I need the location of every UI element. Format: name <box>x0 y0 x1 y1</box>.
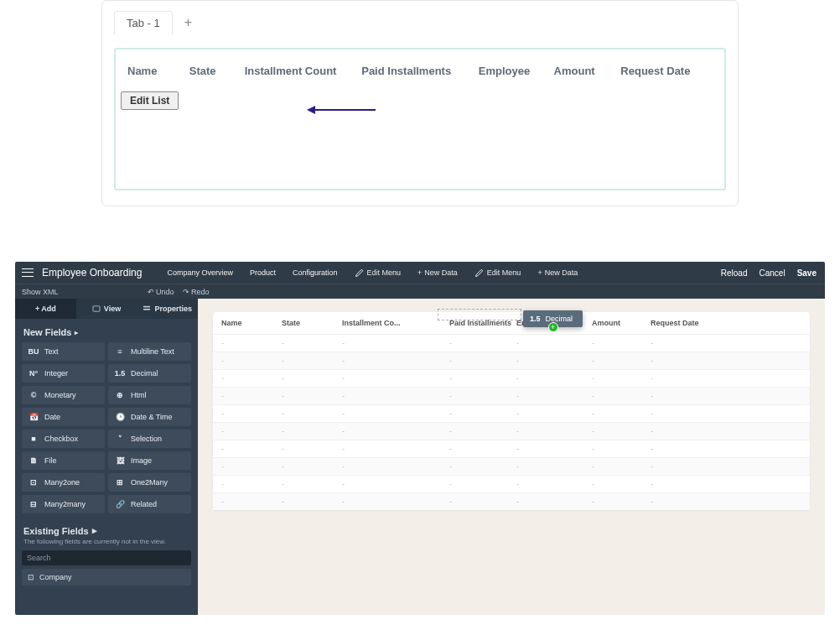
sidebar-tab-add[interactable]: + Add <box>15 299 76 319</box>
cell: - <box>282 392 342 400</box>
field-label: Html <box>131 391 147 399</box>
table-row[interactable]: ------- <box>213 352 810 369</box>
menu-new-data-2[interactable]: + New Data <box>537 268 578 277</box>
field-monetary[interactable]: ©Monetary <box>22 386 105 404</box>
cell: - <box>592 427 651 435</box>
sidebar-tab-properties[interactable]: Properties <box>137 299 198 319</box>
cell: - <box>342 357 449 365</box>
cell: - <box>342 392 449 400</box>
table-row[interactable]: ------- <box>213 387 810 404</box>
plus-icon: + <box>537 268 542 277</box>
edit-list-button[interactable]: Edit List <box>121 91 179 110</box>
cell: - <box>221 392 282 400</box>
pencil-icon <box>474 268 485 278</box>
menu-icon[interactable] <box>22 268 34 277</box>
table-row[interactable]: ------- <box>213 369 810 387</box>
top-card: Tab - 1 + Name State Installment Count P… <box>101 0 739 206</box>
menu-product[interactable]: Product <box>250 268 276 277</box>
field-label: Many2one <box>44 478 80 487</box>
cell: - <box>282 497 342 506</box>
col-amount: Amount <box>592 319 651 327</box>
field-label: Checkbox <box>44 435 78 443</box>
arrow-icon <box>307 102 376 117</box>
field-checkbox[interactable]: ■Checkbox <box>22 430 105 448</box>
data-table: Name State Installment Co... Paid Instal… <box>213 312 810 510</box>
cancel-button[interactable]: Cancel <box>760 268 786 278</box>
menu-configuration[interactable]: Configuration <box>293 268 338 277</box>
caret-icon: ▸ <box>75 329 78 336</box>
col-state: State <box>282 319 342 327</box>
field-image[interactable]: 🖼Image <box>108 451 191 470</box>
table-row[interactable]: ------- <box>213 334 810 352</box>
cell: - <box>282 357 342 365</box>
undo-button[interactable]: ↶ Undo <box>148 288 174 296</box>
new-fields-grid: BUText≡Multiline TextN°Integer1.5Decimal… <box>15 342 198 513</box>
cell: - <box>651 462 726 471</box>
cell: - <box>449 357 516 365</box>
show-xml-link[interactable]: Show XML <box>22 288 59 296</box>
cell: - <box>651 409 726 418</box>
field-decimal[interactable]: 1.5Decimal <box>108 364 191 383</box>
reload-button[interactable]: Reload <box>721 268 748 278</box>
field-text[interactable]: BUText <box>22 342 105 361</box>
cell: - <box>282 480 342 488</box>
field-label: Integer <box>44 369 68 378</box>
cell: - <box>516 357 592 365</box>
cell: - <box>449 462 516 471</box>
existing-fields-search[interactable]: Search <box>22 550 191 565</box>
field-multiline-text[interactable]: ≡Multiline Text <box>108 342 191 361</box>
col-installment-count: Installment Co... <box>342 319 449 327</box>
field-label: Many2many <box>44 500 86 508</box>
table-row[interactable]: ------- <box>213 457 810 475</box>
redo-button[interactable]: ↷ Redo <box>183 288 210 296</box>
table-row[interactable]: ------- <box>213 404 810 422</box>
existing-fields-header[interactable]: Existing Fields▸ <box>15 513 198 538</box>
field-date-time[interactable]: 🕒Date & Time <box>108 408 191 426</box>
field-date[interactable]: 📅Date <box>22 408 105 426</box>
table-row[interactable]: ------- <box>213 422 810 440</box>
cell: - <box>449 480 516 488</box>
field-one2many[interactable]: ⊞One2Many <box>108 473 191 492</box>
cell: - <box>342 445 449 453</box>
cell: - <box>221 497 282 506</box>
table-row[interactable]: ------- <box>213 475 810 492</box>
save-button[interactable]: Save <box>797 268 817 278</box>
cell: - <box>221 462 282 471</box>
menu-new-data-1[interactable]: + New Data <box>417 268 458 277</box>
drag-field-pill[interactable]: 1.5 Decimal + <box>523 310 583 327</box>
cell: - <box>651 392 726 400</box>
svg-rect-2 <box>143 309 150 310</box>
checkbox-icon: ■ <box>28 434 39 444</box>
existing-field-company[interactable]: ⊡Company <box>22 569 191 586</box>
menu-edit-menu[interactable]: Edit Menu <box>355 268 402 278</box>
cell: - <box>342 427 449 435</box>
field-label: Decimal <box>131 369 158 378</box>
field-many2many[interactable]: ⊟Many2many <box>22 495 105 513</box>
field-selection[interactable]: ˅Selection <box>108 430 191 448</box>
menu-edit-menu-2[interactable]: Edit Menu <box>474 268 521 278</box>
table-row[interactable]: ------- <box>213 440 810 457</box>
one2many-icon: ⊞ <box>114 477 126 487</box>
field-file[interactable]: 🗎File <box>22 451 105 470</box>
menu-company-overview[interactable]: Company Overview <box>167 268 233 277</box>
new-fields-header[interactable]: New Fields▸ <box>15 319 198 342</box>
field-label: Monetary <box>44 391 76 399</box>
field-many2one[interactable]: ⊡Many2one <box>22 473 105 492</box>
tab-1[interactable]: Tab - 1 <box>114 11 173 34</box>
cell: - <box>651 427 726 435</box>
breadcrumb[interactable]: Employee Onboarding <box>42 267 142 279</box>
cell: - <box>221 445 282 453</box>
cell: - <box>221 427 282 435</box>
cell: - <box>592 497 651 506</box>
field-label: File <box>44 456 57 465</box>
field-integer[interactable]: N°Integer <box>22 364 105 383</box>
cell: - <box>221 480 282 488</box>
file-icon: 🗎 <box>28 456 39 466</box>
sidebar-tab-view[interactable]: View <box>76 299 137 319</box>
field-html[interactable]: ⊕Html <box>108 386 191 404</box>
col-installment-count: Installment Count <box>245 65 354 77</box>
field-related[interactable]: 🔗Related <box>108 495 191 513</box>
table-row[interactable]: ------- <box>213 492 810 510</box>
tab-add[interactable]: + <box>184 15 192 30</box>
cell: - <box>651 357 726 365</box>
